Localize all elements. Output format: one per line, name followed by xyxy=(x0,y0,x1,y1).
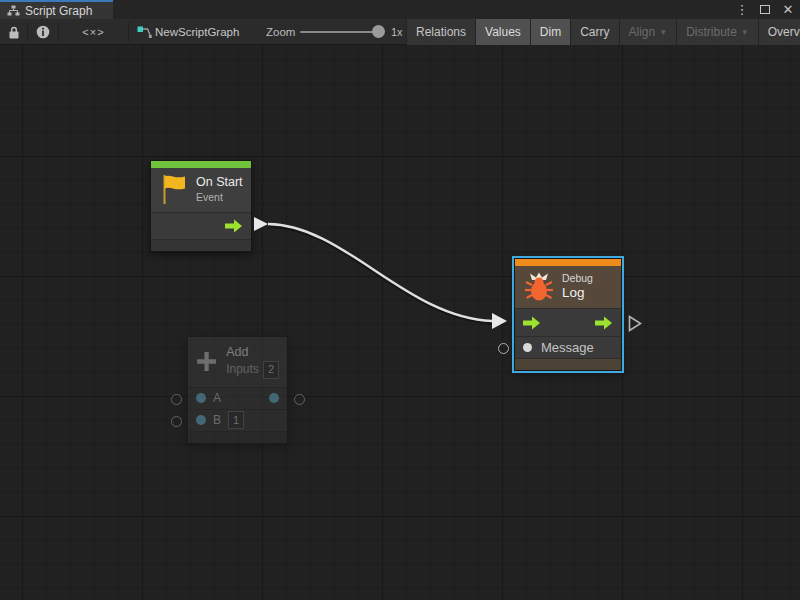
carry-button[interactable]: Carry xyxy=(570,19,618,45)
tab-title: Script Graph xyxy=(25,4,92,18)
window-tab-bar: Script Graph ⋮ ✕ xyxy=(0,0,800,19)
graph-asset-name[interactable]: NewScriptGraph xyxy=(155,19,239,45)
connection-layer xyxy=(0,45,800,600)
add-header: Add Inputs 2 xyxy=(188,337,287,387)
on-start-header: On Start Event xyxy=(151,168,251,212)
zoom-value: 1x xyxy=(391,19,403,45)
node-on-start[interactable]: On Start Event xyxy=(150,160,252,252)
lock-icon xyxy=(8,26,20,39)
info-icon xyxy=(36,25,50,39)
distribute-dropdown[interactable]: Distribute ▼ xyxy=(676,19,758,45)
debug-log-flow-row xyxy=(515,308,621,336)
node-title: On Start xyxy=(196,175,243,191)
node-subtitle: Event xyxy=(196,191,243,204)
node-debug-log[interactable]: Debug Log Message xyxy=(514,258,622,371)
on-start-footer xyxy=(151,239,251,251)
relations-button[interactable]: Relations xyxy=(406,19,475,45)
plus-icon xyxy=(195,348,218,375)
node-title: Add xyxy=(226,345,279,361)
node-add[interactable]: Add Inputs 2 A B 1 xyxy=(187,336,288,444)
lock-button[interactable] xyxy=(0,19,27,45)
wire-shadow xyxy=(268,226,492,323)
carry-label: Carry xyxy=(580,25,609,39)
chevron-down-icon: ▼ xyxy=(741,28,749,37)
info-button[interactable] xyxy=(28,19,58,45)
onstart-output-port-connected[interactable] xyxy=(254,217,268,231)
toolbar-button-group: Relations Values Dim Carry Align ▼ Distr… xyxy=(406,19,800,45)
script-graph-window: Script Graph ⋮ ✕ <×> xyxy=(0,0,800,600)
message-port-label: Message xyxy=(541,340,594,355)
code-icon: <×> xyxy=(82,26,104,38)
add-footer xyxy=(188,431,287,443)
flow-input-arrow-icon[interactable] xyxy=(523,316,541,330)
port-a-empty-ring[interactable] xyxy=(171,394,182,405)
inputs-count-field[interactable]: 2 xyxy=(263,361,279,379)
relations-label: Relations xyxy=(416,25,466,39)
maximize-icon[interactable] xyxy=(757,2,773,18)
close-icon[interactable]: ✕ xyxy=(780,2,796,18)
debug-log-message-row: Message xyxy=(515,336,621,358)
graph-asset-icon xyxy=(136,19,153,45)
align-dropdown[interactable]: Align ▼ xyxy=(619,19,677,45)
port-a-label: A xyxy=(213,391,221,405)
add-port-row-b: B 1 xyxy=(188,409,287,431)
dim-label: Dim xyxy=(540,25,561,39)
debug-log-footer xyxy=(515,358,621,370)
graph-canvas[interactable]: On Start Event xyxy=(0,45,800,600)
input-port-b[interactable] xyxy=(196,415,206,425)
flow-output-port-empty[interactable] xyxy=(628,315,642,332)
tab-script-graph[interactable]: Script Graph xyxy=(0,0,113,19)
wire-onstart-to-log xyxy=(268,224,492,321)
port-b-label: B xyxy=(213,413,221,427)
toolbar-separator xyxy=(128,22,129,42)
inputs-label: Inputs xyxy=(226,362,259,377)
flow-output-arrow-icon[interactable] xyxy=(595,316,613,330)
distribute-label: Distribute xyxy=(686,25,737,39)
node-title: Log xyxy=(562,285,593,302)
values-label: Values xyxy=(485,25,521,39)
flow-output-arrow-icon[interactable] xyxy=(225,219,243,233)
output-port-empty-ring[interactable] xyxy=(294,394,305,405)
on-start-titles: On Start Event xyxy=(196,175,243,204)
window-menu-icon[interactable]: ⋮ xyxy=(734,2,750,18)
bug-icon xyxy=(524,271,554,302)
zoom-label: Zoom xyxy=(266,19,295,45)
overview-label: Overview xyxy=(768,25,800,39)
zoom-slider-handle[interactable] xyxy=(372,25,385,38)
debug-log-header: Debug Log xyxy=(515,266,621,308)
input-port-a[interactable] xyxy=(196,393,206,403)
code-view-button[interactable]: <×> xyxy=(59,19,128,45)
add-port-row-a: A xyxy=(188,387,287,409)
chevron-down-icon: ▼ xyxy=(659,28,667,37)
align-label: Align xyxy=(629,25,656,39)
maximize-glyph xyxy=(760,5,770,14)
values-button[interactable]: Values xyxy=(475,19,530,45)
window-controls: ⋮ ✕ xyxy=(734,0,796,19)
add-inputs-row: Inputs 2 xyxy=(226,361,279,379)
dim-button[interactable]: Dim xyxy=(530,19,570,45)
on-start-flow-row xyxy=(151,212,251,239)
graph-hierarchy-icon xyxy=(7,5,20,16)
debug-accent-bar xyxy=(515,259,621,266)
output-port-sum[interactable] xyxy=(269,393,279,403)
overview-button[interactable]: Overview xyxy=(758,19,800,45)
add-titles: Add Inputs 2 xyxy=(226,345,279,379)
graph-toolbar: <×> NewScriptGraph Zoom 1x Relations Val… xyxy=(0,19,800,45)
node-category: Debug xyxy=(562,272,593,285)
message-port-empty-ring[interactable] xyxy=(498,343,509,354)
port-b-empty-ring[interactable] xyxy=(171,416,182,427)
wire-arrowhead xyxy=(492,313,507,329)
port-b-value-field[interactable]: 1 xyxy=(228,411,244,429)
debug-log-titles: Debug Log xyxy=(562,272,593,302)
flag-icon xyxy=(160,173,188,206)
event-accent-bar xyxy=(151,161,251,168)
message-input-port[interactable] xyxy=(523,343,532,352)
